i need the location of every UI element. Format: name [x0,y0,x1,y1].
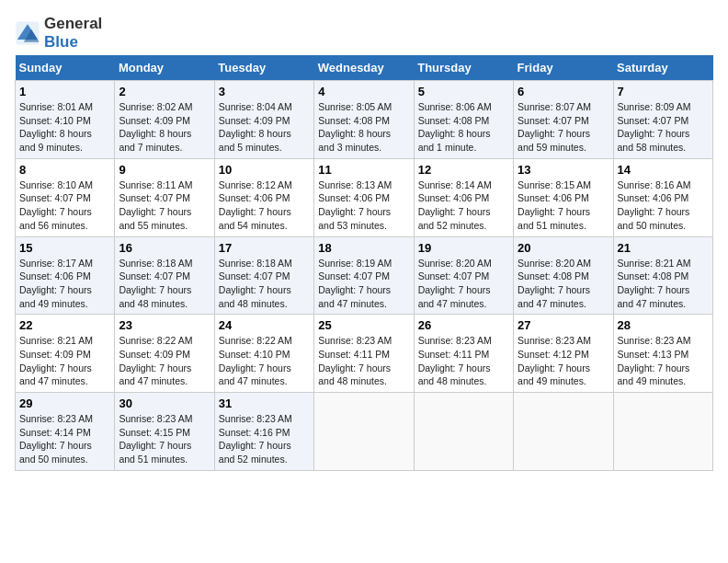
day-number: 29 [19,396,110,410]
day-info: Sunrise: 8:07 AM Sunset: 4:07 PM Dayligh… [518,100,609,155]
day-info: Sunrise: 8:06 AM Sunset: 4:08 PM Dayligh… [418,100,509,155]
day-info: Sunrise: 8:11 AM Sunset: 4:07 PM Dayligh… [119,178,210,233]
weekday-header: Tuesday [214,55,313,81]
day-info: Sunrise: 8:14 AM Sunset: 4:06 PM Dayligh… [418,178,509,233]
day-info: Sunrise: 8:02 AM Sunset: 4:09 PM Dayligh… [119,100,210,155]
day-info: Sunrise: 8:01 AM Sunset: 4:10 PM Dayligh… [19,100,110,155]
calendar-table: SundayMondayTuesdayWednesdayThursdayFrid… [15,55,713,471]
day-number: 28 [618,318,709,332]
day-number: 18 [318,241,409,255]
weekday-header: Wednesday [314,55,414,81]
day-number: 6 [518,85,609,98]
day-info: Sunrise: 8:23 AM Sunset: 4:13 PM Dayligh… [618,334,709,388]
calendar-cell [414,393,513,471]
day-info: Sunrise: 8:18 AM Sunset: 4:07 PM Dayligh… [119,257,210,311]
day-number: 15 [19,241,110,255]
weekday-header: Saturday [613,55,712,81]
logo-icon [15,20,40,46]
day-info: Sunrise: 8:05 AM Sunset: 4:08 PM Dayligh… [318,100,409,155]
day-number: 26 [418,318,509,332]
calendar-cell: 6Sunrise: 8:07 AM Sunset: 4:07 PM Daylig… [514,81,613,159]
weekday-header: Monday [115,55,214,81]
day-info: Sunrise: 8:09 AM Sunset: 4:07 PM Dayligh… [618,100,709,155]
day-number: 1 [19,85,110,98]
day-number: 30 [119,396,210,410]
day-info: Sunrise: 8:18 AM Sunset: 4:07 PM Dayligh… [219,257,310,311]
calendar-cell [314,393,414,471]
calendar-cell: 18Sunrise: 8:19 AM Sunset: 4:07 PM Dayli… [314,236,414,315]
day-info: Sunrise: 8:22 AM Sunset: 4:09 PM Dayligh… [119,334,210,388]
day-info: Sunrise: 8:23 AM Sunset: 4:16 PM Dayligh… [219,412,310,466]
calendar-cell: 1Sunrise: 8:01 AM Sunset: 4:10 PM Daylig… [16,81,115,159]
day-number: 21 [618,241,709,255]
calendar-cell [514,393,613,471]
logo-text: General Blue [44,15,102,52]
day-info: Sunrise: 8:21 AM Sunset: 4:08 PM Dayligh… [618,257,709,311]
day-info: Sunrise: 8:23 AM Sunset: 4:15 PM Dayligh… [119,412,210,466]
header: General Blue [15,15,713,52]
day-number: 14 [618,163,709,177]
calendar-cell: 10Sunrise: 8:12 AM Sunset: 4:06 PM Dayli… [214,158,313,236]
calendar-cell: 22Sunrise: 8:21 AM Sunset: 4:09 PM Dayli… [16,315,115,393]
day-number: 8 [19,163,110,177]
day-info: Sunrise: 8:23 AM Sunset: 4:11 PM Dayligh… [418,334,509,388]
day-number: 7 [618,85,709,98]
day-info: Sunrise: 8:17 AM Sunset: 4:06 PM Dayligh… [19,257,110,311]
day-info: Sunrise: 8:04 AM Sunset: 4:09 PM Dayligh… [219,100,310,155]
day-info: Sunrise: 8:12 AM Sunset: 4:06 PM Dayligh… [219,178,310,233]
day-number: 10 [219,163,310,177]
day-number: 31 [219,396,310,410]
day-number: 19 [418,241,509,255]
calendar-cell: 31Sunrise: 8:23 AM Sunset: 4:16 PM Dayli… [214,393,313,471]
calendar-cell: 13Sunrise: 8:15 AM Sunset: 4:06 PM Dayli… [514,158,613,236]
day-number: 13 [518,163,609,177]
day-info: Sunrise: 8:22 AM Sunset: 4:10 PM Dayligh… [219,334,310,388]
day-number: 16 [119,241,210,255]
day-number: 17 [219,241,310,255]
calendar-cell: 2Sunrise: 8:02 AM Sunset: 4:09 PM Daylig… [115,81,214,159]
calendar-cell [613,393,712,471]
day-info: Sunrise: 8:20 AM Sunset: 4:07 PM Dayligh… [418,257,509,311]
day-info: Sunrise: 8:20 AM Sunset: 4:08 PM Dayligh… [518,257,609,311]
calendar-cell: 5Sunrise: 8:06 AM Sunset: 4:08 PM Daylig… [414,81,513,159]
calendar-cell: 27Sunrise: 8:23 AM Sunset: 4:12 PM Dayli… [514,315,613,393]
day-number: 5 [418,85,509,98]
calendar-cell: 28Sunrise: 8:23 AM Sunset: 4:13 PM Dayli… [613,315,712,393]
day-number: 11 [318,163,409,177]
day-info: Sunrise: 8:23 AM Sunset: 4:12 PM Dayligh… [518,334,609,388]
day-number: 23 [119,318,210,332]
calendar-cell: 25Sunrise: 8:23 AM Sunset: 4:11 PM Dayli… [314,315,414,393]
weekday-header: Sunday [16,55,115,81]
calendar-cell: 21Sunrise: 8:21 AM Sunset: 4:08 PM Dayli… [613,236,712,315]
day-info: Sunrise: 8:10 AM Sunset: 4:07 PM Dayligh… [19,178,110,233]
calendar-cell: 14Sunrise: 8:16 AM Sunset: 4:06 PM Dayli… [613,158,712,236]
day-number: 25 [318,318,409,332]
day-number: 22 [19,318,110,332]
calendar-cell: 15Sunrise: 8:17 AM Sunset: 4:06 PM Dayli… [16,236,115,315]
day-number: 2 [119,85,210,98]
day-number: 12 [418,163,509,177]
calendar-cell: 12Sunrise: 8:14 AM Sunset: 4:06 PM Dayli… [414,158,513,236]
calendar-cell: 7Sunrise: 8:09 AM Sunset: 4:07 PM Daylig… [613,81,712,159]
calendar-cell: 26Sunrise: 8:23 AM Sunset: 4:11 PM Dayli… [414,315,513,393]
day-number: 4 [318,85,409,98]
weekday-header: Friday [514,55,613,81]
calendar-cell: 4Sunrise: 8:05 AM Sunset: 4:08 PM Daylig… [314,81,414,159]
calendar-cell: 3Sunrise: 8:04 AM Sunset: 4:09 PM Daylig… [214,81,313,159]
day-number: 27 [518,318,609,332]
calendar-cell: 9Sunrise: 8:11 AM Sunset: 4:07 PM Daylig… [115,158,214,236]
calendar-cell: 11Sunrise: 8:13 AM Sunset: 4:06 PM Dayli… [314,158,414,236]
calendar-cell: 16Sunrise: 8:18 AM Sunset: 4:07 PM Dayli… [115,236,214,315]
weekday-header: Thursday [414,55,513,81]
calendar-cell: 30Sunrise: 8:23 AM Sunset: 4:15 PM Dayli… [115,393,214,471]
day-info: Sunrise: 8:23 AM Sunset: 4:11 PM Dayligh… [318,334,409,388]
day-number: 9 [119,163,210,177]
day-number: 24 [219,318,310,332]
calendar-cell: 19Sunrise: 8:20 AM Sunset: 4:07 PM Dayli… [414,236,513,315]
day-number: 3 [219,85,310,98]
calendar-cell: 8Sunrise: 8:10 AM Sunset: 4:07 PM Daylig… [16,158,115,236]
calendar-cell: 24Sunrise: 8:22 AM Sunset: 4:10 PM Dayli… [214,315,313,393]
day-info: Sunrise: 8:19 AM Sunset: 4:07 PM Dayligh… [318,257,409,311]
calendar-cell: 23Sunrise: 8:22 AM Sunset: 4:09 PM Dayli… [115,315,214,393]
day-info: Sunrise: 8:23 AM Sunset: 4:14 PM Dayligh… [19,412,110,466]
